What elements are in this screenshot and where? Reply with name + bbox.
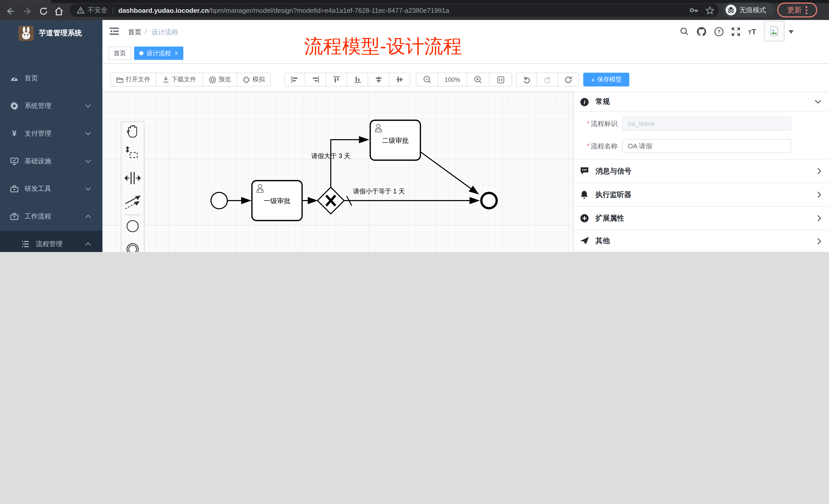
tab-home[interactable]: 首页 — [109, 46, 131, 60]
sidebar-item-payment[interactable]: ¥ 支付管理 — [0, 121, 102, 146]
zoom-in-button[interactable] — [467, 73, 490, 86]
update-label: 更新 — [787, 5, 802, 14]
chevron-right-icon[interactable] — [817, 191, 821, 198]
save-model-button[interactable]: + 保存模型 — [583, 73, 629, 86]
chevron-up-icon — [85, 242, 91, 246]
svg-text:?: ? — [717, 29, 720, 35]
align-bottom-button[interactable] — [347, 73, 368, 86]
section-other[interactable]: 其他 — [574, 230, 829, 252]
end-event[interactable] — [481, 193, 497, 208]
align-center-v-button[interactable] — [389, 73, 410, 86]
required-mark: * — [587, 119, 589, 127]
chevron-down-icon[interactable] — [815, 100, 821, 104]
section-general[interactable]: i 常规 — [574, 92, 829, 112]
github-icon[interactable] — [697, 27, 706, 36]
button-label: 打开文件 — [126, 75, 150, 84]
section-extended-attrs[interactable]: 扩展属性 — [574, 207, 829, 230]
key-icon[interactable] — [689, 6, 698, 14]
bell-icon — [580, 190, 589, 199]
font-size-icon[interactable]: TT — [748, 27, 756, 36]
preview-button[interactable]: 预览 — [203, 73, 237, 86]
avatar-caret-icon[interactable] — [789, 30, 794, 34]
sidebar-item-infra[interactable]: 基础设施 — [0, 148, 102, 174]
tab-design-active[interactable]: 设计流程 × — [134, 46, 183, 60]
undo-button[interactable] — [516, 73, 537, 86]
chevron-right-icon[interactable] — [817, 215, 821, 222]
sidebar-item-workflow[interactable]: 工作流程 — [0, 204, 102, 229]
security-warning-icon[interactable] — [77, 7, 84, 14]
flow-task2-to-end[interactable] — [420, 151, 478, 194]
align-left-button[interactable] — [284, 73, 305, 86]
url-bar[interactable]: 不安全 dashboard.yudao.iocoder.cn/bpm/manag… — [70, 4, 719, 17]
process-key-input[interactable] — [622, 117, 791, 130]
process-name-input[interactable] — [622, 139, 791, 153]
sidebar-item-process-manage[interactable]: 流程管理 — [0, 231, 102, 252]
flow-gateway-to-task2[interactable] — [331, 140, 368, 188]
flow-label-le1[interactable]: 请假小于等于 1 天 — [353, 188, 405, 195]
plus-icon: + — [591, 75, 595, 84]
user-task-level1[interactable]: 一级审批 — [252, 181, 302, 221]
search-icon[interactable] — [680, 27, 689, 36]
svg-text:i: i — [584, 99, 585, 105]
breadcrumb-home[interactable]: 首页 — [128, 28, 141, 37]
align-center-h-button[interactable] — [368, 73, 389, 86]
zoom-value: 100% — [444, 76, 460, 83]
zoom-out-button[interactable] — [416, 73, 438, 86]
chevron-right-icon[interactable] — [817, 238, 821, 244]
simulate-button[interactable]: 模拟 — [237, 73, 271, 86]
section-message-signal[interactable]: 消息与信号 — [574, 160, 829, 183]
yen-icon: ¥ — [10, 129, 19, 138]
close-icon[interactable]: × — [175, 50, 178, 57]
sidebar-workflow-submenu: 流程管理 流程表单 用户分组 流程模型 任务管理 请假 — [0, 231, 102, 252]
restart-button[interactable] — [558, 73, 579, 86]
incognito-icon — [726, 5, 736, 15]
properties-panel: i 常规 *流程标识 *流程名称 消息与信号 执行监听器 扩展属性 — [573, 92, 829, 252]
browser-home-button[interactable] — [54, 7, 65, 16]
process-name-label: *流程名称 — [574, 142, 617, 151]
redo-button[interactable] — [537, 73, 558, 86]
sidebar-item-home[interactable]: 首页 — [0, 66, 102, 91]
sidebar-item-system[interactable]: 系统管理 — [0, 93, 102, 119]
bpmn-diagram[interactable]: 一级审批 二级审批 请假大于 3 天 请假小于等于 1 天 — [102, 92, 573, 252]
help-icon[interactable]: ? — [714, 27, 723, 36]
sidebar-item-devtools[interactable]: 研发工具 — [0, 176, 102, 202]
list-tree-icon — [22, 240, 30, 248]
browser-chrome: 不安全 dashboard.yudao.iocoder.cn/bpm/manag… — [0, 0, 829, 20]
security-label[interactable]: 不安全 — [87, 6, 108, 15]
chevron-up-icon — [85, 215, 91, 219]
chevron-right-icon[interactable] — [817, 168, 821, 175]
info-icon: i — [580, 98, 589, 106]
start-event[interactable] — [211, 192, 227, 209]
bookmark-star-icon[interactable] — [706, 6, 714, 14]
align-top-button[interactable] — [326, 73, 347, 86]
app-logo[interactable]: 芋道管理系统 — [0, 20, 102, 46]
flow-label-gt3[interactable]: 请假大于 3 天 — [311, 152, 351, 159]
toolbox-icon — [10, 185, 19, 193]
sidebar-collapse-icon[interactable] — [110, 27, 119, 35]
section-execution-listener[interactable]: 执行监听器 — [574, 183, 829, 207]
sidebar-item-label: 首页 — [25, 74, 38, 83]
exclusive-gateway[interactable] — [318, 187, 344, 214]
download-file-button[interactable]: 下载文件 — [156, 73, 203, 86]
align-right-button[interactable] — [305, 73, 326, 86]
sidebar-item-label: 研发工具 — [25, 184, 51, 193]
open-file-button[interactable]: 打开文件 — [110, 73, 156, 86]
fullscreen-icon[interactable] — [731, 27, 741, 36]
browser-reload-button[interactable] — [39, 7, 49, 16]
browser-active-tab[interactable] — [0, 0, 51, 3]
browser-menu-kebab-icon[interactable] — [805, 6, 807, 14]
url-text[interactable]: dashboard.yudao.iocoder.cn/bpm/manager/m… — [118, 6, 449, 14]
section-title: 常规 — [596, 97, 610, 107]
url-divider — [113, 6, 113, 14]
bpmn-canvas[interactable]: 一级审批 二级审批 请假大于 3 天 请假小于等于 1 天 — [102, 92, 573, 252]
update-button[interactable]: 更新 — [777, 3, 817, 17]
sidebar-item-label: 基础设施 — [25, 157, 51, 166]
button-label: 下载文件 — [172, 75, 196, 84]
avatar[interactable] — [764, 21, 785, 41]
zoom-reset-button[interactable] — [490, 73, 512, 86]
sidebar-item-label: 系统管理 — [25, 101, 51, 111]
process-key-label: *流程标识 — [574, 119, 617, 128]
user-task-level2[interactable]: 二级审批 — [370, 120, 421, 160]
browser-forward-button[interactable] — [23, 7, 33, 16]
browser-back-button[interactable] — [5, 7, 15, 16]
